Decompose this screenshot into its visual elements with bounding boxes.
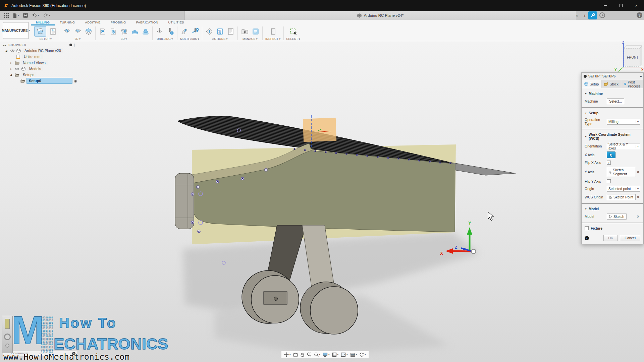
model-section-header[interactable]: ▼ Model (585, 207, 640, 211)
operation-type-dropdown[interactable]: Milling▾ (607, 119, 640, 125)
y-axis-select-button[interactable]: Sketch Segment (607, 167, 636, 177)
tree-item-named-views[interactable]: Named Views (21, 60, 48, 65)
tab-fabrication[interactable]: FABRICATION (131, 20, 163, 25)
add-comment-icon[interactable]: + (72, 352, 75, 355)
workspace-selector[interactable]: MANUFACTURE ▾ (3, 22, 29, 39)
post-process-icon[interactable]: G1G2 (216, 27, 224, 36)
orbit-icon[interactable]: ▾ (283, 352, 291, 357)
display-settings-icon[interactable]: ▾ (322, 352, 330, 357)
close-tab-button[interactable]: × (573, 11, 581, 20)
machine-select-button[interactable]: Select... (607, 98, 624, 104)
expand-arrow-icon[interactable]: ◢ (9, 73, 13, 76)
group-label-3d[interactable]: 3D▾ (121, 37, 127, 41)
maximize-button[interactable] (613, 0, 629, 11)
2d-adaptive-icon[interactable] (73, 27, 82, 36)
tree-item-root[interactable]: Arduino RC Plane v20 (22, 48, 63, 53)
clear-y-axis-icon[interactable]: ✕ (636, 170, 640, 174)
tab-stock[interactable]: Stock (601, 80, 621, 88)
tree-item-setup6[interactable]: Setup6 (26, 78, 72, 84)
measure-icon[interactable] (269, 27, 277, 36)
tree-item-setups[interactable]: Setups (21, 72, 36, 77)
cancel-button[interactable]: Cancel (620, 235, 640, 241)
setup-dialog-header[interactable]: SETUP : SETUP6 ▸▸ (582, 73, 643, 80)
multi-axis-contour-icon[interactable] (191, 27, 199, 36)
flip-y-axis-checkbox[interactable] (607, 179, 611, 183)
machine-section-header[interactable]: ▼ Machine (585, 92, 640, 96)
group-label-actions[interactable]: ACTIONS▾ (212, 37, 227, 41)
group-label-setup[interactable]: SETUP▾ (40, 37, 52, 41)
x-axis-select-button[interactable] (607, 152, 615, 158)
group-label-inspect[interactable]: INSPECT▾ (265, 37, 281, 41)
nose-block[interactable] (175, 173, 194, 229)
document-tab[interactable]: Arduino RC Plane v24* (184, 11, 576, 20)
tab-milling[interactable]: MILLING (31, 20, 55, 25)
tab-utilities[interactable]: UTILITIES (163, 20, 189, 25)
bore-icon[interactable] (166, 27, 174, 36)
group-label-manage[interactable]: MANAGE▾ (243, 37, 258, 41)
pocket-clearing-icon[interactable] (109, 27, 117, 36)
collapse-panel-icon[interactable]: ◀◀ (3, 44, 6, 46)
zoom-icon[interactable] (306, 352, 312, 357)
tool-library-icon[interactable] (240, 27, 249, 36)
new-setup-icon[interactable] (34, 26, 46, 37)
tab-setup[interactable]: Setup (582, 80, 601, 88)
fixture-checkbox[interactable] (585, 226, 589, 230)
refresh-icon[interactable]: ▾ (359, 352, 367, 357)
app-grid-icon[interactable] (3, 12, 10, 18)
window-selection-icon[interactable] (289, 27, 298, 36)
tab-additive[interactable]: ADDITIVE (80, 20, 106, 25)
adaptive-clearing-icon[interactable] (98, 27, 107, 36)
recent-versions-clock-icon[interactable] (599, 12, 605, 20)
generate-icon[interactable] (251, 27, 260, 36)
origin-dropdown[interactable]: Selected point▾ (607, 186, 640, 192)
view-cube[interactable]: Z FRONT X Y (613, 39, 644, 75)
fit-icon[interactable]: ▾ (313, 352, 321, 357)
display-settings-dot-icon[interactable] (69, 44, 72, 46)
simulate-icon[interactable] (205, 27, 213, 36)
2d-pocket-icon[interactable] (84, 27, 93, 36)
minimize-button[interactable] (598, 0, 613, 11)
group-label-2d[interactable]: 2D▾ (74, 37, 80, 41)
group-label-select[interactable]: SELECT▾ (286, 37, 300, 41)
clear-wcs-origin-icon[interactable]: ✕ (636, 195, 640, 199)
pan-icon[interactable] (300, 352, 305, 357)
drill-icon[interactable] (155, 27, 164, 36)
face-milling-icon[interactable] (63, 27, 71, 36)
grid-snaps-icon[interactable]: ▾ (331, 352, 339, 357)
setup-active-radio-icon[interactable]: ◉ (74, 79, 77, 83)
model-select-button[interactable]: Sketch (607, 214, 627, 220)
viewports-icon[interactable]: ▾ (340, 352, 348, 357)
layout-layers-icon[interactable]: ▾ (350, 353, 358, 357)
tab-post-process[interactable]: Post Process (621, 80, 644, 88)
visibility-eye-icon[interactable] (10, 49, 15, 52)
file-menu-icon[interactable]: ▾ (11, 12, 20, 19)
help-icon[interactable]: ? (637, 12, 642, 18)
collapsed-arrow-icon[interactable]: ▷ (9, 67, 13, 70)
look-at-icon[interactable] (292, 353, 299, 357)
new-tab-button[interactable]: + (581, 11, 588, 20)
tree-item-models[interactable]: Models (27, 66, 43, 71)
expand-arrow-icon[interactable]: ◢ (4, 49, 8, 52)
info-icon[interactable]: i (585, 236, 589, 240)
wcs-section-header[interactable]: ▼ Work Coordinate System (WCS) (585, 132, 640, 140)
rc-plane-model[interactable]: Y X Z (0, 0, 644, 362)
flip-x-axis-checkbox[interactable]: ✓ (607, 161, 611, 165)
visibility-eye-icon[interactable] (14, 67, 19, 70)
tree-item-units[interactable]: Units: mm (22, 54, 43, 59)
group-label-drilling[interactable]: DRILLING▾ (157, 37, 173, 41)
collapsed-arrow-icon[interactable]: ▷ (9, 61, 13, 64)
tab-turning[interactable]: TURNING (55, 20, 80, 25)
wcs-origin-select-button[interactable]: Sketch Point (607, 194, 636, 200)
clear-model-icon[interactable]: ✕ (636, 215, 640, 219)
spiral-icon[interactable] (141, 27, 150, 36)
undo-icon[interactable]: ▾ (31, 12, 41, 18)
redo-icon[interactable]: ▾ (42, 12, 52, 18)
group-label-multiaxis[interactable]: MULTI-AXIS▾ (180, 37, 199, 41)
setup-sheet-icon[interactable]: G (49, 27, 57, 36)
active-document-icon[interactable] (588, 11, 597, 19)
save-icon[interactable] (22, 12, 29, 18)
close-button[interactable]: × (629, 0, 644, 11)
parallel-icon[interactable] (120, 27, 128, 36)
comments-bar[interactable]: COMMENTS + (3, 351, 77, 356)
setup-sheet-report-icon[interactable] (226, 27, 235, 36)
